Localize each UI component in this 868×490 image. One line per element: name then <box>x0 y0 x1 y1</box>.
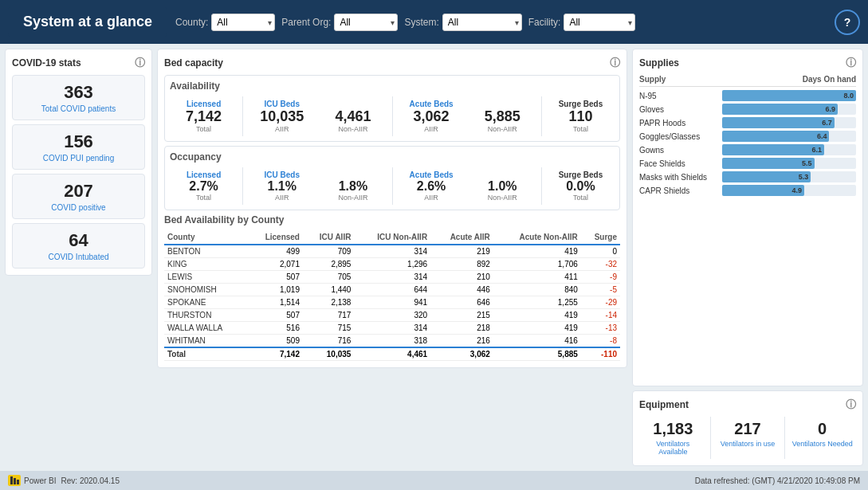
county-table-section: Bed Availability by County County Licens… <box>164 214 620 361</box>
avail-icu-aiir-value: 10,035 <box>249 108 314 125</box>
supply-row: CAPR Shields4.9 <box>639 185 856 196</box>
avail-icu-nonaiir: 4,461 Non-AIIR <box>319 96 387 136</box>
svg-rect-2 <box>14 478 16 484</box>
occ-icu-aiir: ICU Beds 1.1% AIIR <box>248 167 316 205</box>
covid-stats-title: COVID-19 stats ⓘ <box>12 56 145 70</box>
equipment-panel: Equipment ⓘ 1,183 Ventilators Available … <box>632 390 863 466</box>
intubated-number: 64 <box>19 230 138 251</box>
left-panel: COVID-19 stats ⓘ 363 Total COVID patient… <box>5 49 152 466</box>
svg-rect-3 <box>17 480 19 484</box>
supply-bar-value: 8.0 <box>843 92 854 100</box>
bed-capacity-info-icon[interactable]: ⓘ <box>610 56 620 70</box>
supply-row: N-958.0 <box>639 90 856 101</box>
parent-org-filter-group: Parent Org: All <box>281 14 398 31</box>
positive-label: COVID positive <box>19 203 138 212</box>
powerbi-icon <box>8 475 21 486</box>
supply-bar: 8.0 <box>722 90 856 101</box>
filter-bar: County: All Parent Org: All System: All <box>175 14 827 31</box>
avail-surge-value: 110 <box>548 108 613 125</box>
supplies-title: Supplies ⓘ <box>639 56 856 70</box>
occ-acute-nonaiir: 1.0% Non-AIIR <box>469 167 536 205</box>
facility-filter[interactable]: All <box>564 14 635 31</box>
avail-acute-header: Acute Beds <box>399 100 464 108</box>
powerbi-label: Power BI <box>24 476 57 485</box>
supplies-column-headers: Supply Days On hand <box>639 75 856 87</box>
supply-bar-value: 6.9 <box>825 105 835 113</box>
supply-bar: 5.3 <box>722 171 811 182</box>
table-row: LEWIS507705314210411-9 <box>164 271 620 284</box>
supply-bar-value: 6.7 <box>822 119 832 127</box>
stat-card-pui: 156 COVID PUI pending <box>12 124 145 170</box>
avail-licensed: Licensed 7,142 Total <box>170 96 238 136</box>
supply-row: Gowns6.1 <box>639 144 856 155</box>
supply-bar-container: 6.1 <box>722 144 856 155</box>
equip-divider-1 <box>710 417 711 459</box>
availability-title: Availability <box>170 80 615 92</box>
help-button[interactable]: ? <box>835 10 860 35</box>
occ-icu-nonaiir: 1.8% Non-AIIR <box>319 167 387 205</box>
system-filter[interactable]: All <box>442 14 522 31</box>
county-table-title: Bed Availability by County <box>164 214 620 225</box>
positive-number: 207 <box>19 181 138 202</box>
col-county: County <box>164 230 248 245</box>
supply-bar: 5.5 <box>722 158 815 169</box>
equipment-title: Equipment ⓘ <box>639 398 856 412</box>
stat-card-total-covid: 363 Total COVID patients <box>12 75 145 120</box>
supply-row: Goggles/Glasses6.4 <box>639 131 856 142</box>
supply-name: Goggles/Glasses <box>639 132 719 141</box>
svg-rect-1 <box>10 476 13 484</box>
col-acute-nonaiir: Acute Non-AIIR <box>493 230 581 245</box>
footer-left: Power BI Rev: 2020.04.15 <box>8 475 120 486</box>
avail-icu-nonaiir-value: 4,461 <box>320 108 385 125</box>
supply-bar-container: 6.7 <box>722 117 856 128</box>
supply-bar-container: 6.9 <box>722 104 856 115</box>
covid-stats-info-icon[interactable]: ⓘ <box>135 56 145 70</box>
avail-acute-nonaiir-value: 5,885 <box>470 108 535 125</box>
county-table-header-row: County Licensed ICU AIIR ICU Non-AIIR Ac… <box>164 230 620 245</box>
occ-acute-aiir: Acute Beds 2.6% AIIR <box>398 167 465 205</box>
county-filter[interactable]: All <box>211 14 275 31</box>
equip-vent-need-number: 0 <box>791 420 853 438</box>
availability-grid: Licensed 7,142 Total ICU Beds 10,035 AII… <box>170 96 615 136</box>
supply-bar-container: 5.3 <box>722 171 856 182</box>
supply-col-name: Supply <box>639 75 666 84</box>
equip-vent-avail-label: Ventilators Available <box>642 440 704 456</box>
table-row: THURSTON507717320215419-14 <box>164 309 620 322</box>
parent-org-label: Parent Org: <box>281 17 331 28</box>
avail-acute-aiir-value: 3,062 <box>399 108 464 125</box>
supplies-panel: Supplies ⓘ Supply Days On hand N-958.0Gl… <box>632 49 863 386</box>
supplies-info-icon[interactable]: ⓘ <box>846 56 856 70</box>
supply-bar: 6.4 <box>722 131 829 142</box>
avail-acute-aiir: Acute Beds 3,062 AIIR <box>398 96 465 136</box>
pui-number: 156 <box>19 131 138 152</box>
occupancy-section: Occupancy Licensed 2.7% Total ICU Beds 1… <box>164 146 620 210</box>
supply-row: Masks with Shields5.3 <box>639 171 856 182</box>
supply-bar-container: 4.9 <box>722 185 856 196</box>
app-header: System at a glance County: All Parent Or… <box>0 0 868 44</box>
avail-licensed-value: 7,142 <box>171 108 236 125</box>
facility-label: Facility: <box>528 17 561 28</box>
bed-capacity-title: Bed capacity ⓘ <box>164 56 620 70</box>
col-icu-aiir: ICU AIIR <box>303 230 354 245</box>
avail-icu-aiir: ICU Beds 10,035 AIIR <box>248 96 316 136</box>
parent-org-filter[interactable]: All <box>334 14 398 31</box>
supply-bar-value: 4.9 <box>791 186 802 194</box>
county-filter-group: County: All <box>175 14 275 31</box>
supply-name: PAPR Hoods <box>639 119 719 127</box>
equipment-info-icon[interactable]: ⓘ <box>846 398 856 412</box>
avail-licensed-sub: Total <box>171 125 236 133</box>
supply-bar-value: 5.5 <box>802 159 812 167</box>
supply-bar: 4.9 <box>722 185 804 196</box>
avail-acute-nonaiir: 5,885 Non-AIIR <box>469 96 536 136</box>
table-row: WHITMAN509716318216416-8 <box>164 335 620 348</box>
equip-ventilators-in-use: 217 Ventilators in use <box>714 417 782 459</box>
supply-row: PAPR Hoods6.7 <box>639 117 856 128</box>
stat-card-intubated: 64 COVID Intubated <box>12 223 145 269</box>
col-icu-nonaiir: ICU Non-AIIR <box>354 230 430 245</box>
supply-bar: 6.7 <box>722 117 835 128</box>
equip-vent-need-label: Ventilators Needed <box>791 440 853 448</box>
avail-icu-header: ICU Beds <box>249 100 314 108</box>
supply-bar-value: 5.3 <box>799 173 809 181</box>
supply-col-days: Days On hand <box>803 75 856 84</box>
table-row: SNOHOMISH1,0191,440644446840-5 <box>164 284 620 296</box>
